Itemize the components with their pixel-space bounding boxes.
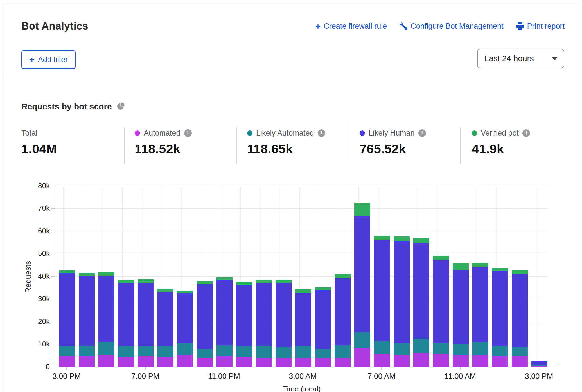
bar-segment-likely-human[interactable] — [413, 243, 429, 340]
bar-segment-automated[interactable] — [98, 355, 114, 367]
bar-segment-likely-automated[interactable] — [295, 346, 311, 358]
bar-segment-likely-automated[interactable] — [472, 342, 488, 355]
bar-segment-likely-automated[interactable] — [216, 345, 233, 355]
configure-bot-management-link[interactable]: Configure Bot Management — [400, 22, 503, 31]
bar-segment-likely-automated[interactable] — [512, 347, 528, 356]
bar-segment-likely-automated[interactable] — [197, 349, 213, 358]
bar-segment-likely-human[interactable] — [472, 267, 488, 342]
bar-segment-automated[interactable] — [59, 356, 75, 367]
bar-segment-likely-human[interactable] — [256, 283, 272, 346]
info-icon[interactable]: i — [522, 129, 530, 137]
bar-segment-likely-human[interactable] — [157, 292, 173, 346]
bar-segment-verified-bot[interactable] — [256, 280, 272, 283]
bar-segment-verified-bot[interactable] — [59, 270, 75, 273]
bar-segment-verified-bot[interactable] — [295, 289, 311, 293]
bar-segment-automated[interactable] — [197, 358, 213, 367]
bar-segment-automated[interactable] — [295, 358, 311, 367]
bar-segment-likely-human[interactable] — [177, 293, 193, 343]
create-firewall-rule-link[interactable]: + Create firewall rule — [315, 22, 387, 31]
bar-segment-likely-human[interactable] — [59, 273, 75, 346]
bar-segment-automated[interactable] — [335, 358, 351, 367]
bar-segment-automated[interactable] — [236, 357, 252, 367]
bar-segment-verified-bot[interactable] — [157, 289, 173, 292]
bar-segment-automated[interactable] — [394, 355, 410, 367]
bar-segment-likely-automated[interactable] — [177, 343, 193, 354]
bar-segment-likely-human[interactable] — [335, 278, 351, 346]
bar-segment-likely-human[interactable] — [433, 260, 449, 343]
bar-segment-likely-automated[interactable] — [59, 346, 75, 356]
bar-segment-verified-bot[interactable] — [138, 279, 154, 283]
bar-segment-verified-bot[interactable] — [453, 263, 469, 270]
bar-segment-likely-human[interactable] — [138, 283, 154, 346]
bar-segment-likely-automated[interactable] — [433, 343, 449, 354]
bar-segment-verified-bot[interactable] — [79, 273, 95, 276]
bar-segment-automated[interactable] — [453, 355, 469, 367]
bar-segment-likely-automated[interactable] — [394, 343, 410, 355]
bar-segment-automated[interactable] — [512, 356, 528, 367]
bar-segment-likely-human[interactable] — [216, 280, 233, 346]
bar-segment-verified-bot[interactable] — [216, 277, 233, 280]
bar-segment-verified-bot[interactable] — [492, 268, 508, 271]
bar-segment-automated[interactable] — [472, 355, 488, 367]
bar-segment-likely-automated[interactable] — [98, 342, 114, 355]
bar-segment-likely-human[interactable] — [276, 283, 292, 347]
bar-segment-likely-human[interactable] — [492, 271, 508, 346]
info-icon[interactable]: i — [184, 129, 192, 137]
bar-segment-likely-automated[interactable] — [79, 346, 95, 355]
bar-segment-likely-human[interactable] — [197, 284, 213, 349]
bar-segment-verified-bot[interactable] — [512, 270, 528, 274]
bar-segment-verified-bot[interactable] — [118, 280, 134, 283]
bar-segment-automated[interactable] — [492, 356, 508, 367]
bar-segment-verified-bot[interactable] — [413, 238, 429, 243]
info-icon[interactable]: i — [318, 129, 325, 137]
bar-segment-verified-bot[interactable] — [236, 282, 252, 285]
bar-segment-automated[interactable] — [276, 358, 292, 367]
bar-segment-likely-automated[interactable] — [315, 349, 331, 357]
bar-segment-likely-automated[interactable] — [453, 344, 469, 354]
bar-segment-verified-bot[interactable] — [472, 263, 488, 267]
bar-segment-likely-automated[interactable] — [256, 346, 272, 358]
bar-segment-likely-automated[interactable] — [374, 341, 390, 354]
info-icon[interactable]: i — [418, 129, 426, 137]
bar-segment-likely-human[interactable] — [236, 285, 252, 346]
bar-segment-verified-bot[interactable] — [177, 291, 193, 293]
bar-segment-automated[interactable] — [256, 358, 272, 367]
bar-segment-automated[interactable] — [374, 354, 390, 367]
bar-segment-automated[interactable] — [79, 356, 95, 367]
bar-segment-likely-human[interactable] — [118, 283, 134, 346]
bar-segment-automated[interactable] — [413, 353, 429, 367]
bar-segment-likely-human[interactable] — [315, 290, 331, 349]
bar-segment-automated[interactable] — [216, 356, 233, 367]
bar-segment-likely-automated[interactable] — [276, 347, 292, 358]
bar-segment-automated[interactable] — [354, 348, 370, 367]
bar-segment-verified-bot[interactable] — [433, 256, 449, 260]
bar-segment-likely-human[interactable] — [531, 361, 547, 365]
bar-segment-likely-automated[interactable] — [236, 346, 252, 357]
bar-segment-likely-human[interactable] — [79, 276, 95, 346]
bar-segment-verified-bot[interactable] — [335, 274, 351, 278]
bar-segment-automated[interactable] — [315, 358, 331, 367]
bar-segment-likely-human[interactable] — [453, 270, 469, 344]
bar-segment-verified-bot[interactable] — [394, 236, 410, 241]
bar-segment-likely-human[interactable] — [354, 216, 370, 332]
bar-segment-automated[interactable] — [177, 355, 193, 367]
bar-segment-automated[interactable] — [433, 354, 449, 367]
bar-segment-likely-automated[interactable] — [492, 346, 508, 356]
bar-segment-likely-human[interactable] — [394, 241, 410, 343]
bar-segment-likely-automated[interactable] — [413, 339, 429, 353]
bar-segment-automated[interactable] — [157, 357, 173, 367]
bar-segment-verified-bot[interactable] — [98, 272, 114, 276]
bar-segment-likely-automated[interactable] — [138, 346, 154, 356]
bar-segment-automated[interactable] — [118, 357, 134, 367]
bar-segment-likely-automated[interactable] — [118, 346, 134, 357]
bar-segment-likely-automated[interactable] — [157, 346, 173, 357]
bar-segment-likely-human[interactable] — [512, 274, 528, 347]
time-range-select[interactable]: Last 24 hours — [477, 49, 564, 68]
print-report-link[interactable]: Print report — [516, 22, 565, 31]
bar-segment-verified-bot[interactable] — [197, 281, 213, 284]
bar-segment-verified-bot[interactable] — [354, 203, 370, 216]
bar-segment-likely-automated[interactable] — [335, 345, 351, 358]
bar-segment-likely-human[interactable] — [98, 276, 114, 342]
bar-segment-verified-bot[interactable] — [374, 236, 390, 240]
bar-segment-likely-human[interactable] — [374, 240, 390, 341]
